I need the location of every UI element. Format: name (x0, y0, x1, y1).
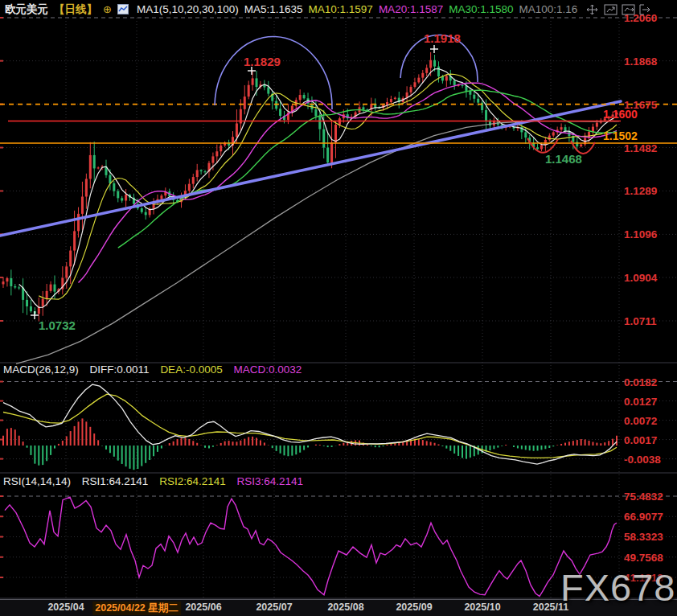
rsi-layer (5, 497, 617, 596)
rsi1-value: RSI1:64.2141 (82, 475, 149, 487)
axis-label: 1.1289 (624, 185, 657, 197)
axis-label: 0.0127 (624, 396, 657, 408)
axis-label: 58.3323 (624, 531, 663, 543)
ma-group-label: MA1(5,10,20,30,100) (137, 3, 239, 15)
ma100-value: MA100:1.16 (519, 3, 578, 15)
annotations-layer: 1.18291.19181.07321.1468 (31, 31, 582, 332)
ma5-value: MA5:1.1635 (244, 3, 303, 15)
axis-label: 0.0182 (624, 376, 657, 388)
macd-header: MACD(26,12,9) DIFF:0.0011 DEA:-0.0005 MA… (3, 363, 310, 376)
ma30-value: MA30:1.1580 (449, 3, 513, 15)
date-label: 2025/09 (396, 602, 432, 613)
macd-dea-value: DEA:-0.0005 (160, 363, 222, 376)
macd-layer (3, 384, 617, 470)
axis-label: 66.9077 (624, 511, 663, 523)
ma10-value: MA10:1.1597 (309, 3, 373, 15)
price-annotation: 1.1918 (424, 31, 461, 45)
dea-line (3, 394, 617, 458)
right-axis-labels: 1.20601.18681.16751.14821.12891.10961.09… (624, 12, 663, 584)
ma-lines-layer (16, 69, 619, 364)
level-label: 1.1502 (603, 129, 638, 142)
date-label: 2025/08 (327, 602, 363, 613)
watermark: FX678 (560, 565, 675, 610)
axis-label: 0.0072 (624, 415, 657, 427)
chart-window: 1.16001.15021.18291.19181.07321.14681.20… (0, 0, 677, 616)
ma100-line (16, 121, 619, 364)
symbol-name: 欧元美元 (5, 2, 48, 17)
date-label: 2025/06 (185, 602, 221, 613)
ma30-line (118, 90, 617, 248)
pan-icon[interactable] (586, 4, 600, 15)
chart-toolbar (586, 4, 672, 15)
axis-label: 1.1096 (624, 228, 658, 240)
macd-diff-value: DIFF:0.0011 (90, 363, 150, 376)
rsi3-value: RSI3:64.2141 (236, 475, 303, 487)
pane-maximize-icon[interactable] (604, 4, 618, 15)
candles-layer (2, 52, 618, 322)
diff-line (3, 384, 617, 464)
exit-fullscreen-icon[interactable] (639, 4, 653, 15)
date-label: 2025/04 (47, 602, 84, 613)
axis-label: 1.1675 (624, 99, 658, 111)
macd-macd-value: MACD:0.0032 (233, 363, 302, 376)
indicator-settings-icon[interactable]: ⊕ (103, 3, 112, 15)
rsi-title: RSI(14,14,14) (3, 475, 71, 487)
macd-title: MACD(26,12,9) (3, 363, 79, 376)
rsi-header: RSI(14,14,14) RSI1:64.2141 RSI2:64.2141 … (3, 475, 311, 487)
grid-layer (0, 18, 677, 599)
chart-canvas[interactable]: 1.16001.15021.18291.19181.07321.14681.20… (0, 0, 677, 616)
axis-label: 1.1868 (624, 55, 658, 68)
chart-header: 欧元美元 【日线】 ⊕ MA1(5,10,20,30,100) MA5:1.16… (0, 0, 677, 18)
pane-next-icon[interactable] (622, 4, 635, 15)
date-label: 2025/10 (464, 602, 500, 613)
axis-label: 75.4832 (624, 491, 663, 503)
price-annotation: 1.1829 (244, 55, 281, 68)
price-annotation: 1.1468 (545, 152, 582, 166)
axis-label: 1.0904 (624, 272, 658, 284)
axis-label: 1.1482 (624, 142, 657, 154)
axis-label: -0.0038 (624, 454, 661, 466)
date-label: 2025/07 (256, 602, 292, 613)
price-annotation: 1.0732 (39, 318, 76, 332)
date-label-highlight: 2025/04/22 星期二 (92, 602, 181, 615)
ma20-value: MA20:1.1587 (379, 3, 443, 15)
axis-label: 0.0017 (624, 434, 657, 446)
rsi-line (5, 497, 617, 596)
axis-label: 49.7568 (624, 552, 663, 564)
mini-chart-icon[interactable] (117, 4, 131, 15)
rsi2-value: RSI2:64.2141 (159, 475, 226, 487)
axis-label: 1.0711 (624, 315, 657, 327)
period-label[interactable]: 【日线】 (54, 2, 97, 17)
